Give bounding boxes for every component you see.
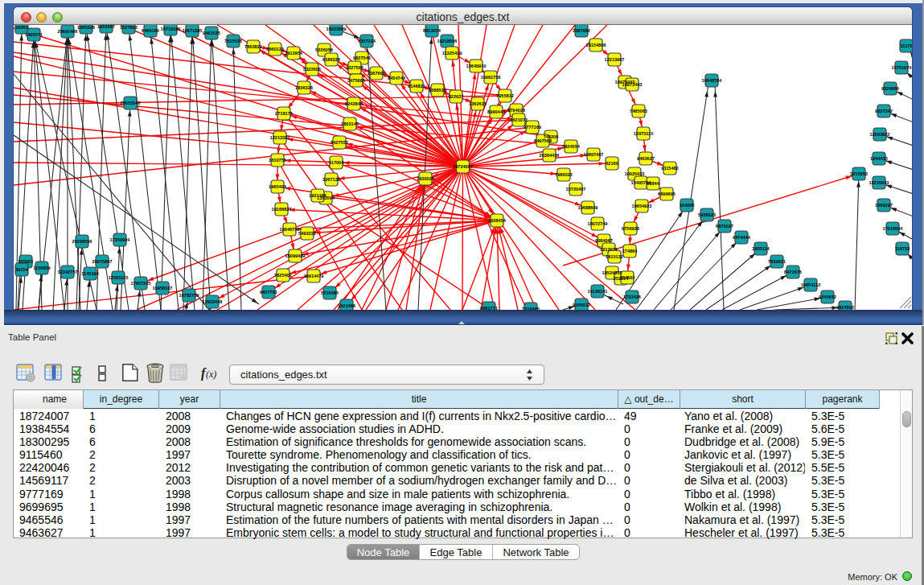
- svg-text:9463627: 9463627: [637, 156, 655, 161]
- svg-text:17359924: 17359924: [110, 237, 131, 242]
- svg-text:9115460: 9115460: [661, 166, 678, 171]
- svg-text:1588520: 1588520: [429, 88, 446, 93]
- svg-text:19654923: 19654923: [632, 204, 652, 208]
- svg-text:8454749: 8454749: [388, 76, 405, 80]
- svg-text:8242848: 8242848: [345, 101, 363, 106]
- svg-text:1145194: 1145194: [81, 271, 99, 276]
- svg-text:9245652: 9245652: [819, 295, 836, 299]
- svg-text:1156829: 1156829: [33, 266, 50, 270]
- svg-text:1055287: 1055287: [97, 25, 115, 29]
- svg-text:7485063: 7485063: [630, 109, 647, 113]
- svg-text:16671385: 16671385: [183, 28, 203, 33]
- svg-text:12213967: 12213967: [605, 57, 625, 62]
- svg-text:1621072: 1621072: [510, 117, 528, 122]
- svg-text:1610755: 1610755: [269, 158, 286, 163]
- svg-text:8186328: 8186328: [322, 57, 340, 62]
- svg-text:5322605: 5322605: [303, 67, 321, 72]
- svg-text:6466160: 6466160: [142, 28, 159, 33]
- svg-text:1569297: 1569297: [875, 203, 893, 208]
- svg-text:3267130: 3267130: [322, 177, 340, 182]
- svg-text:2803144: 2803144: [341, 122, 359, 126]
- svg-text:7955812: 7955812: [496, 93, 514, 98]
- svg-text:2367608: 2367608: [368, 71, 385, 76]
- svg-text:1938454: 1938454: [488, 218, 507, 223]
- svg-text:16154808: 16154808: [586, 43, 606, 47]
- svg-text:16099489: 16099489: [285, 253, 306, 258]
- svg-text:12093822: 12093822: [870, 132, 890, 137]
- svg-text:19218506: 19218506: [437, 39, 458, 43]
- svg-text:15751074: 15751074: [892, 65, 912, 70]
- svg-text:20975867: 20975867: [92, 259, 113, 264]
- svg-text:822037: 822037: [449, 94, 464, 99]
- svg-text:1733426: 1733426: [623, 295, 641, 299]
- svg-text:5716485: 5716485: [321, 290, 339, 295]
- svg-text:417004: 417004: [329, 160, 345, 165]
- svg-text:12923448: 12923448: [203, 299, 223, 304]
- svg-text:18724007: 18724007: [453, 164, 473, 169]
- svg-text:6497568: 6497568: [534, 138, 552, 143]
- svg-text:6899695: 6899695: [658, 192, 676, 196]
- svg-text:39154: 39154: [15, 267, 28, 272]
- svg-text:2718176: 2718176: [275, 111, 293, 116]
- svg-text:10807487: 10807487: [584, 152, 604, 157]
- svg-text:12342757: 12342757: [58, 270, 78, 274]
- svg-text:116753: 116753: [895, 246, 910, 251]
- svg-text:17016504: 17016504: [883, 226, 904, 231]
- svg-text:8471676: 8471676: [784, 270, 802, 274]
- svg-text:9756928: 9756928: [622, 226, 639, 231]
- svg-text:1965493: 1965493: [269, 184, 286, 189]
- svg-text:3215953: 3215953: [850, 171, 868, 176]
- svg-text:2935114: 2935114: [752, 246, 770, 251]
- svg-text:3824554: 3824554: [562, 144, 581, 149]
- svg-text:11172: 11172: [901, 43, 912, 48]
- svg-text:9329966: 9329966: [881, 86, 899, 91]
- svg-text:5226058: 5226058: [315, 47, 333, 52]
- svg-text:7986322: 7986322: [555, 172, 573, 177]
- svg-text:20364436: 20364436: [540, 153, 560, 158]
- svg-text:62160: 62160: [606, 161, 618, 166]
- svg-text:18072749: 18072749: [588, 221, 608, 226]
- svg-text:8990443: 8990443: [487, 109, 505, 114]
- svg-text:17957225: 17957225: [131, 281, 151, 286]
- svg-text:1521468: 1521468: [338, 303, 355, 308]
- svg-text:20691406: 20691406: [58, 29, 78, 34]
- svg-text:(x): (x): [206, 369, 216, 380]
- svg-text:6794028: 6794028: [507, 108, 525, 113]
- svg-text:835001: 835001: [18, 259, 34, 264]
- svg-text:10688609: 10688609: [578, 205, 598, 210]
- svg-text:14136141: 14136141: [588, 289, 608, 294]
- svg-text:12213382: 12213382: [270, 135, 290, 140]
- svg-text:9245012: 9245012: [573, 303, 590, 307]
- svg-text:7357224: 7357224: [358, 39, 376, 43]
- svg-text:19166827: 19166827: [272, 207, 292, 212]
- svg-text:1065328: 1065328: [77, 25, 95, 30]
- svg-text:13640910: 13640910: [466, 64, 487, 68]
- svg-text:9227342: 9227342: [875, 109, 893, 113]
- svg-text:10973493: 10973493: [622, 82, 643, 87]
- svg-text:11325419: 11325419: [442, 51, 462, 56]
- svg-text:3912954: 3912954: [285, 51, 303, 56]
- svg-text:1615132: 1615132: [606, 254, 623, 259]
- svg-text:10958107: 10958107: [153, 286, 173, 290]
- svg-text:16914479: 16914479: [304, 274, 324, 278]
- svg-text:8427552: 8427552: [331, 140, 348, 145]
- svg-text:16210643: 16210643: [869, 180, 889, 185]
- svg-text:3475685: 3475685: [347, 78, 365, 83]
- svg-text:20206556: 20206556: [72, 239, 92, 244]
- svg-text:7625402: 7625402: [274, 273, 292, 278]
- svg-text:1930025: 1930025: [417, 176, 434, 181]
- svg-text:7632621: 7632621: [768, 259, 786, 264]
- svg-text:7663822: 7663822: [244, 44, 262, 49]
- svg-text:1244415: 1244415: [870, 156, 888, 161]
- svg-text:10025433: 10025433: [625, 171, 645, 176]
- svg-text:16648784: 16648784: [702, 78, 723, 83]
- svg-text:90844: 90844: [647, 181, 659, 186]
- svg-text:7515526: 7515526: [224, 39, 242, 43]
- svg-text:1362615: 1362615: [469, 101, 487, 106]
- svg-text:1405571: 1405571: [25, 32, 43, 37]
- svg-text:16261: 16261: [15, 25, 28, 30]
- svg-text:15720407: 15720407: [566, 187, 586, 192]
- svg-text:9461525: 9461525: [203, 31, 220, 35]
- svg-text:16782759: 16782759: [179, 293, 199, 298]
- svg-text:8660123: 8660123: [266, 47, 284, 51]
